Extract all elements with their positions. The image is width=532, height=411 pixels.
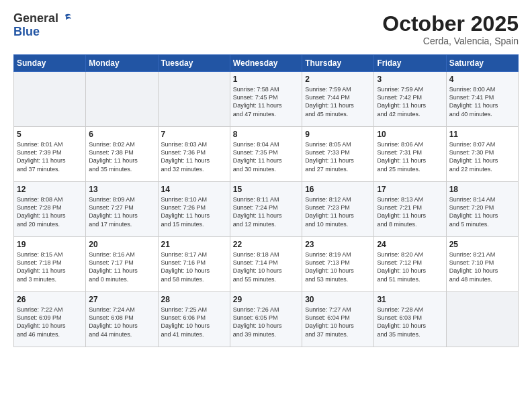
calendar-cell: 6Sunrise: 8:02 AM Sunset: 7:38 PM Daylig…	[86, 127, 158, 182]
day-info: Sunrise: 8:02 AM Sunset: 7:38 PM Dayligh…	[89, 140, 154, 173]
calendar-cell: 15Sunrise: 8:11 AM Sunset: 7:24 PM Dayli…	[230, 182, 302, 237]
location-subtitle: Cerda, Valencia, Spain	[382, 36, 519, 46]
calendar-cell: 24Sunrise: 8:20 AM Sunset: 7:12 PM Dayli…	[374, 237, 446, 292]
calendar-cell	[14, 72, 86, 127]
day-number: 26	[17, 295, 83, 304]
calendar-week-1: 1Sunrise: 7:58 AM Sunset: 7:45 PM Daylig…	[14, 72, 519, 127]
calendar-cell: 5Sunrise: 8:01 AM Sunset: 7:39 PM Daylig…	[14, 127, 86, 182]
day-info: Sunrise: 8:14 AM Sunset: 7:20 PM Dayligh…	[449, 195, 515, 228]
day-info: Sunrise: 7:26 AM Sunset: 6:05 PM Dayligh…	[233, 306, 299, 338]
calendar-cell: 4Sunrise: 8:00 AM Sunset: 7:41 PM Daylig…	[446, 72, 518, 127]
calendar-cell: 22Sunrise: 8:18 AM Sunset: 7:14 PM Dayli…	[230, 237, 302, 292]
day-info: Sunrise: 7:58 AM Sunset: 7:45 PM Dayligh…	[233, 85, 299, 118]
calendar-cell: 23Sunrise: 8:19 AM Sunset: 7:13 PM Dayli…	[302, 237, 374, 292]
day-number: 22	[233, 240, 299, 249]
weekday-header-tuesday: Tuesday	[158, 55, 230, 72]
calendar-week-5: 26Sunrise: 7:22 AM Sunset: 6:09 PM Dayli…	[14, 292, 519, 347]
day-info: Sunrise: 8:11 AM Sunset: 7:24 PM Dayligh…	[233, 195, 299, 228]
day-number: 13	[89, 185, 154, 194]
day-number: 9	[305, 130, 371, 139]
day-number: 7	[161, 130, 227, 139]
day-info: Sunrise: 8:08 AM Sunset: 7:28 PM Dayligh…	[17, 195, 83, 228]
calendar-cell: 27Sunrise: 7:24 AM Sunset: 6:08 PM Dayli…	[86, 292, 158, 347]
calendar-header-row: SundayMondayTuesdayWednesdayThursdayFrid…	[14, 55, 519, 72]
day-info: Sunrise: 8:03 AM Sunset: 7:36 PM Dayligh…	[161, 140, 227, 173]
calendar-cell	[446, 292, 518, 347]
logo: General Blue	[13, 12, 72, 39]
calendar-cell: 2Sunrise: 7:59 AM Sunset: 7:44 PM Daylig…	[302, 72, 374, 127]
month-title: October 2025	[382, 12, 519, 36]
day-number: 19	[17, 240, 83, 249]
day-info: Sunrise: 7:59 AM Sunset: 7:44 PM Dayligh…	[305, 85, 371, 118]
day-number: 21	[161, 240, 227, 249]
day-info: Sunrise: 7:27 AM Sunset: 6:04 PM Dayligh…	[305, 306, 371, 338]
day-number: 8	[233, 130, 299, 139]
day-info: Sunrise: 7:22 AM Sunset: 6:09 PM Dayligh…	[17, 306, 83, 338]
day-number: 6	[89, 130, 154, 139]
calendar-cell: 20Sunrise: 8:16 AM Sunset: 7:17 PM Dayli…	[86, 237, 158, 292]
calendar-cell: 30Sunrise: 7:27 AM Sunset: 6:04 PM Dayli…	[302, 292, 374, 347]
day-number: 11	[449, 130, 515, 139]
calendar-cell: 13Sunrise: 8:09 AM Sunset: 7:27 PM Dayli…	[86, 182, 158, 237]
weekday-header-sunday: Sunday	[14, 55, 86, 72]
day-info: Sunrise: 8:20 AM Sunset: 7:12 PM Dayligh…	[377, 250, 443, 283]
day-number: 25	[449, 240, 515, 249]
day-number: 30	[305, 295, 371, 304]
calendar-cell: 31Sunrise: 7:28 AM Sunset: 6:03 PM Dayli…	[374, 292, 446, 347]
day-number: 29	[233, 295, 299, 304]
day-number: 24	[377, 240, 443, 249]
day-number: 10	[377, 130, 443, 139]
calendar-cell	[158, 72, 230, 127]
calendar-cell: 3Sunrise: 7:59 AM Sunset: 7:42 PM Daylig…	[374, 72, 446, 127]
calendar-week-4: 19Sunrise: 8:15 AM Sunset: 7:18 PM Dayli…	[14, 237, 519, 292]
calendar-cell: 25Sunrise: 8:21 AM Sunset: 7:10 PM Dayli…	[446, 237, 518, 292]
day-info: Sunrise: 8:16 AM Sunset: 7:17 PM Dayligh…	[89, 250, 154, 283]
page: General Blue October 2025 Cerda, Valenci…	[0, 0, 532, 354]
day-number: 2	[305, 75, 371, 84]
day-info: Sunrise: 8:19 AM Sunset: 7:13 PM Dayligh…	[305, 250, 371, 283]
weekday-header-thursday: Thursday	[302, 55, 374, 72]
day-info: Sunrise: 8:10 AM Sunset: 7:26 PM Dayligh…	[161, 195, 227, 228]
logo-general: General	[13, 12, 58, 26]
day-info: Sunrise: 7:24 AM Sunset: 6:08 PM Dayligh…	[89, 306, 154, 338]
day-info: Sunrise: 8:01 AM Sunset: 7:39 PM Dayligh…	[17, 140, 83, 173]
day-info: Sunrise: 8:18 AM Sunset: 7:14 PM Dayligh…	[233, 250, 299, 283]
weekday-header-wednesday: Wednesday	[230, 55, 302, 72]
title-block: October 2025 Cerda, Valencia, Spain	[382, 12, 519, 46]
day-info: Sunrise: 7:25 AM Sunset: 6:06 PM Dayligh…	[161, 306, 227, 338]
calendar-cell: 16Sunrise: 8:12 AM Sunset: 7:23 PM Dayli…	[302, 182, 374, 237]
day-number: 18	[449, 185, 515, 194]
day-info: Sunrise: 8:15 AM Sunset: 7:18 PM Dayligh…	[17, 250, 83, 283]
calendar-week-2: 5Sunrise: 8:01 AM Sunset: 7:39 PM Daylig…	[14, 127, 519, 182]
day-number: 5	[17, 130, 83, 139]
day-info: Sunrise: 8:06 AM Sunset: 7:31 PM Dayligh…	[377, 140, 443, 173]
calendar-cell: 26Sunrise: 7:22 AM Sunset: 6:09 PM Dayli…	[14, 292, 86, 347]
day-number: 16	[305, 185, 371, 194]
calendar-cell: 7Sunrise: 8:03 AM Sunset: 7:36 PM Daylig…	[158, 127, 230, 182]
calendar-cell: 19Sunrise: 8:15 AM Sunset: 7:18 PM Dayli…	[14, 237, 86, 292]
weekday-header-saturday: Saturday	[446, 55, 518, 72]
day-info: Sunrise: 7:28 AM Sunset: 6:03 PM Dayligh…	[377, 306, 443, 338]
calendar-cell: 8Sunrise: 8:04 AM Sunset: 7:35 PM Daylig…	[230, 127, 302, 182]
calendar-cell: 10Sunrise: 8:06 AM Sunset: 7:31 PM Dayli…	[374, 127, 446, 182]
day-info: Sunrise: 8:21 AM Sunset: 7:10 PM Dayligh…	[449, 250, 515, 283]
day-number: 15	[233, 185, 299, 194]
day-number: 20	[89, 240, 154, 249]
calendar-cell: 1Sunrise: 7:58 AM Sunset: 7:45 PM Daylig…	[230, 72, 302, 127]
calendar: SundayMondayTuesdayWednesdayThursdayFrid…	[13, 54, 519, 347]
header: General Blue October 2025 Cerda, Valenci…	[13, 12, 519, 46]
calendar-cell: 28Sunrise: 7:25 AM Sunset: 6:06 PM Dayli…	[158, 292, 230, 347]
day-number: 23	[305, 240, 371, 249]
weekday-header-friday: Friday	[374, 55, 446, 72]
day-info: Sunrise: 8:07 AM Sunset: 7:30 PM Dayligh…	[449, 140, 515, 173]
calendar-cell: 29Sunrise: 7:26 AM Sunset: 6:05 PM Dayli…	[230, 292, 302, 347]
calendar-cell: 17Sunrise: 8:13 AM Sunset: 7:21 PM Dayli…	[374, 182, 446, 237]
day-number: 28	[161, 295, 227, 304]
calendar-cell: 18Sunrise: 8:14 AM Sunset: 7:20 PM Dayli…	[446, 182, 518, 237]
day-number: 14	[161, 185, 227, 194]
day-info: Sunrise: 8:17 AM Sunset: 7:16 PM Dayligh…	[161, 250, 227, 283]
day-number: 27	[89, 295, 154, 304]
day-number: 1	[233, 75, 299, 84]
logo-blue: Blue	[13, 26, 72, 39]
day-info: Sunrise: 8:09 AM Sunset: 7:27 PM Dayligh…	[89, 195, 154, 228]
